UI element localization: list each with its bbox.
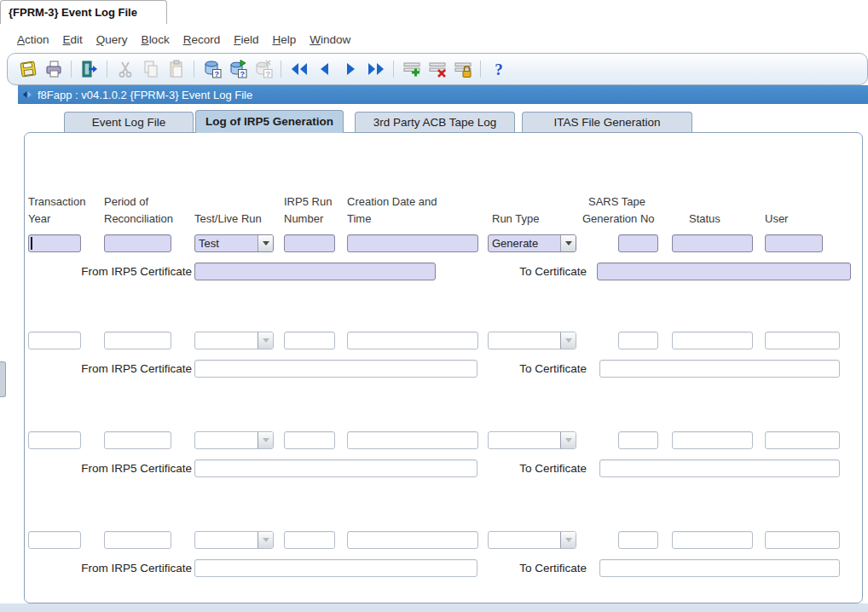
- save-button[interactable]: [16, 58, 39, 81]
- last-record-button[interactable]: [364, 58, 387, 81]
- creation-date-time-input[interactable]: [347, 431, 478, 449]
- last-record-icon: [366, 59, 386, 79]
- run-type-select[interactable]: [488, 431, 576, 449]
- status-input[interactable]: [672, 431, 753, 449]
- from-irp5-certificate-input[interactable]: [194, 263, 436, 280]
- menu-item-help[interactable]: Help: [272, 33, 296, 46]
- tab-event-log-file[interactable]: Event Log File: [64, 112, 194, 132]
- irp5-run-number-input[interactable]: [284, 531, 335, 549]
- test-live-run-value: [195, 532, 258, 548]
- test-live-run-select[interactable]: [194, 531, 274, 549]
- chevron-down-icon[interactable]: [258, 235, 273, 251]
- run-type-value: [489, 532, 560, 548]
- transaction-year-input[interactable]: [28, 234, 81, 252]
- execute-query-button[interactable]: ?: [226, 58, 249, 81]
- run-type-value: [489, 432, 560, 448]
- copy-button[interactable]: [139, 58, 162, 81]
- user-input[interactable]: [765, 234, 823, 252]
- period-of-reconciliation-input[interactable]: [104, 431, 171, 449]
- text-cursor: [31, 237, 32, 250]
- irp5-run-number-input[interactable]: [284, 234, 335, 252]
- paste-button[interactable]: [165, 58, 188, 81]
- irp5-run-number-input[interactable]: [284, 332, 335, 349]
- toolbar-separator: [393, 61, 394, 78]
- chevron-down-icon[interactable]: [560, 332, 576, 349]
- status-input[interactable]: [672, 234, 753, 252]
- user-input[interactable]: [765, 531, 840, 549]
- creation-date-time-input[interactable]: [347, 332, 478, 349]
- to-certificate-input[interactable]: [599, 459, 840, 477]
- period-of-reconciliation-input[interactable]: [104, 531, 171, 549]
- chevron-down-icon[interactable]: [560, 235, 576, 251]
- to-certificate-input[interactable]: [597, 263, 851, 280]
- from-irp5-certificate-label: From IRP5 Certificate: [43, 562, 192, 574]
- transaction-year-input[interactable]: [28, 332, 81, 349]
- help-button[interactable]: ?: [487, 58, 510, 81]
- irp5-run-number-input[interactable]: [284, 431, 335, 449]
- tab-log-of-irp5-generation[interactable]: Log of IRP5 Generation: [195, 110, 344, 133]
- user-input[interactable]: [765, 332, 840, 349]
- tab-itas-file-generation[interactable]: ITAS File Generation: [522, 112, 692, 132]
- from-irp5-certificate-input[interactable]: [194, 559, 477, 577]
- record-row: From IRP5 Certificate To Certificate: [0, 431, 868, 484]
- sars-tape-generation-no-input[interactable]: [618, 431, 658, 449]
- creation-date-time-input[interactable]: [347, 234, 478, 252]
- creation-date-time-input[interactable]: [347, 531, 478, 549]
- sars-tape-generation-no-input[interactable]: [618, 234, 658, 252]
- test-live-run-select[interactable]: Test: [194, 234, 274, 252]
- header-creation-date-time-line1: Creation Date and: [347, 195, 437, 208]
- from-irp5-certificate-input[interactable]: [194, 459, 477, 477]
- previous-record-button[interactable]: [313, 58, 336, 81]
- menu-item-edit[interactable]: Edit: [63, 33, 83, 46]
- menu-item-field[interactable]: Field: [234, 33, 258, 46]
- browser-tab[interactable]: {FPRM-3} Event Log File: [0, 0, 167, 24]
- period-of-reconciliation-input[interactable]: [104, 332, 171, 349]
- sars-tape-generation-no-input[interactable]: [618, 531, 658, 549]
- run-type-select[interactable]: [488, 531, 576, 549]
- transaction-year-input[interactable]: [28, 431, 81, 449]
- chevron-down-icon[interactable]: [560, 532, 576, 548]
- to-certificate-input[interactable]: [599, 559, 840, 577]
- menu-item-record[interactable]: Record: [183, 33, 221, 46]
- chevron-down-icon[interactable]: [258, 332, 273, 349]
- status-input[interactable]: [672, 332, 753, 349]
- transaction-year-input[interactable]: [28, 531, 81, 549]
- status-input[interactable]: [672, 531, 753, 549]
- certificate-row: From IRP5 Certificate To Certificate: [0, 459, 868, 478]
- tab-3rd-party-acb-tape-log[interactable]: 3rd Party ACB Tape Log: [355, 112, 515, 132]
- chevron-down-icon[interactable]: [258, 532, 273, 548]
- cut-button[interactable]: [113, 58, 136, 81]
- cancel-query-button[interactable]: ?: [252, 58, 275, 81]
- from-irp5-certificate-input[interactable]: [194, 360, 477, 378]
- menu-item-window[interactable]: Window: [310, 33, 350, 46]
- menu-item-action[interactable]: Action: [17, 33, 49, 46]
- header-transaction-year-line1: Transaction: [28, 195, 85, 208]
- next-record-button[interactable]: [339, 58, 362, 81]
- exit-button[interactable]: [78, 58, 101, 81]
- browser-tab-title: {FPRM-3} Event Log File: [9, 6, 137, 19]
- application-window: {FPRM-3} Event Log File ActionEditQueryB…: [0, 0, 868, 612]
- print-button[interactable]: [42, 58, 65, 81]
- user-input[interactable]: [765, 431, 840, 449]
- test-live-run-select[interactable]: [194, 431, 274, 449]
- sars-tape-generation-no-input[interactable]: [618, 332, 658, 349]
- vertical-scrollbar-thumb[interactable]: [0, 361, 6, 397]
- enter-query-button[interactable]: ?: [200, 58, 223, 81]
- menu-item-block[interactable]: Block: [142, 33, 170, 46]
- run-type-select[interactable]: Generate: [488, 234, 576, 252]
- period-of-reconciliation-input[interactable]: [104, 234, 171, 252]
- chevron-down-icon[interactable]: [258, 432, 273, 448]
- run-type-select[interactable]: [488, 332, 576, 349]
- test-live-run-select[interactable]: [194, 332, 274, 349]
- chevron-down-icon[interactable]: [560, 432, 576, 448]
- header-sars-tape-generation-no-line1: SARS Tape: [588, 195, 645, 208]
- insert-record-button[interactable]: [400, 58, 423, 81]
- to-certificate-input[interactable]: [599, 360, 840, 378]
- lock-record-button[interactable]: [451, 58, 474, 81]
- help-icon: ?: [489, 59, 509, 79]
- menu-item-query[interactable]: Query: [96, 33, 128, 46]
- to-certificate-label: To Certificate: [489, 562, 587, 574]
- first-record-button[interactable]: [287, 58, 310, 81]
- toolbar-separator: [480, 61, 481, 78]
- delete-record-button[interactable]: [425, 58, 448, 81]
